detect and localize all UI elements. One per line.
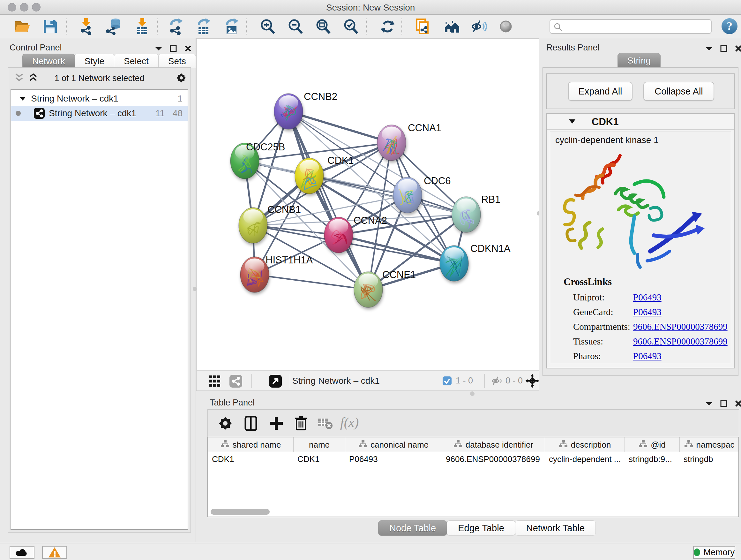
panel-menu-icon[interactable] (155, 46, 162, 51)
export-image-icon[interactable] (223, 18, 240, 35)
table-cell[interactable]: stringdb (680, 452, 739, 466)
crosslink-link[interactable]: 9606.ENSP00000378699 (633, 336, 728, 347)
import-table-icon[interactable] (133, 18, 151, 35)
export-table-icon[interactable] (195, 18, 212, 35)
column-header-description[interactable]: description (545, 437, 625, 452)
zoom-out-icon[interactable] (287, 18, 304, 35)
results-panel-title: Results Panel (546, 43, 600, 53)
zoom-in-icon[interactable] (259, 18, 276, 35)
import-network-from-database-icon[interactable] (105, 18, 123, 35)
import-network-icon[interactable] (77, 18, 95, 35)
column-header-canonical-name[interactable]: canonical name (345, 437, 442, 452)
network-node-CCNE1[interactable] (354, 272, 383, 307)
tab-network[interactable]: Network (22, 54, 75, 68)
panel-menu-icon[interactable] (705, 401, 713, 406)
table-cell[interactable]: P06493 (345, 452, 442, 466)
table-cell[interactable]: cyclin-dependent ... (545, 452, 625, 466)
network-node-CCNA2[interactable] (324, 217, 353, 253)
column-header-label: shared name (232, 440, 281, 450)
column-header-name[interactable]: name (293, 437, 345, 452)
warning-button[interactable] (42, 546, 67, 559)
network-view-toolbar: String Network – cdk1 1 - 0 0 - 0 (196, 370, 539, 391)
home-icon[interactable] (443, 18, 460, 35)
network-node-CCNB2[interactable] (274, 94, 303, 129)
network-view[interactable]: CCNB2CCNA1CDC25BCDK1CDC6RB1CCNB1CCNA2CDK… (196, 38, 539, 370)
float-panel-icon[interactable] (720, 400, 728, 408)
horizontal-splitter-handle[interactable] (470, 391, 475, 396)
grid-view-icon[interactable] (209, 375, 221, 387)
export-network-icon[interactable] (167, 18, 184, 35)
delete-table-icon (316, 415, 333, 432)
column-header-shared-name[interactable]: shared name (208, 437, 293, 452)
gear-icon[interactable] (175, 71, 188, 84)
hide-panels-icon[interactable] (470, 18, 487, 35)
table-cell[interactable]: 9606.ENSP00000378699 (442, 452, 545, 466)
network-node-HIST1H1A[interactable] (240, 257, 269, 293)
network-node-CDK1[interactable] (295, 158, 324, 194)
crosslink-link[interactable]: P06493 (633, 307, 662, 317)
column-header-@id[interactable]: @id (625, 437, 680, 452)
tab-edge-table[interactable]: Edge Table (447, 520, 515, 536)
panel-menu-icon[interactable] (705, 46, 713, 51)
delete-column-icon[interactable] (292, 415, 310, 432)
preview-eye-icon[interactable] (497, 18, 515, 35)
network-node-CDKN1A[interactable] (440, 246, 468, 281)
tab-node-table[interactable]: Node Table (378, 520, 447, 536)
node-table[interactable]: shared namenamecanonical namedatabase id… (207, 437, 739, 517)
network-collection-row[interactable]: String Network – cdk1 1 (11, 91, 188, 106)
duplicate-network-icon[interactable] (414, 18, 431, 35)
network-node-CDC6[interactable] (393, 177, 422, 213)
expand-all-button[interactable]: Expand All (568, 82, 632, 101)
table-cell[interactable]: CDK1 (208, 452, 293, 466)
network-node-CCNA1[interactable] (377, 125, 406, 161)
memory-button[interactable]: Memory (693, 546, 735, 559)
collapse-all-button[interactable]: Collapse All (643, 82, 714, 101)
table-cell[interactable]: CDK1 (293, 452, 345, 466)
cloud-button[interactable] (10, 546, 35, 559)
close-panel-icon[interactable] (735, 45, 741, 52)
collapse-section-icon[interactable] (569, 119, 576, 124)
network-row[interactable]: String Network – cdk1 11 48 (11, 106, 188, 121)
close-panel-icon[interactable] (735, 400, 741, 408)
tab-string[interactable]: String (617, 53, 661, 68)
birds-eye-view-icon[interactable] (269, 374, 282, 388)
tab-network-table[interactable]: Network Table (515, 520, 596, 536)
svg-text:?: ? (727, 20, 732, 33)
close-panel-icon[interactable] (184, 45, 192, 52)
horizontal-scrollbar[interactable] (211, 509, 270, 515)
tab-style[interactable]: Style (75, 54, 114, 68)
show-columns-icon[interactable] (242, 415, 259, 432)
node-label-CDK1: CDK1 (327, 155, 354, 166)
float-panel-icon[interactable] (170, 45, 177, 52)
float-panel-icon[interactable] (720, 45, 728, 52)
fit-selected-icon[interactable] (525, 374, 539, 388)
table-settings-gear-icon[interactable] (217, 415, 234, 432)
zoom-selected-icon[interactable] (342, 18, 360, 35)
memory-label: Memory (703, 548, 735, 557)
zoom-fit-icon[interactable] (315, 18, 332, 35)
network-view-icon[interactable] (229, 374, 243, 388)
tab-select[interactable]: Select (114, 54, 158, 68)
tab-sets[interactable]: Sets (158, 54, 196, 68)
crosslink-link[interactable]: P06493 (633, 292, 662, 303)
crosslink-link[interactable]: P06493 (633, 351, 662, 361)
open-session-icon[interactable] (13, 18, 30, 35)
left-splitter-handle[interactable] (193, 287, 197, 291)
column-header-namespac[interactable]: namespac (680, 437, 739, 452)
crosslink-link[interactable]: 9606.ENSP00000378699 (633, 321, 728, 332)
save-session-icon[interactable] (42, 18, 59, 35)
search-input[interactable] (549, 19, 712, 34)
collapse-arrow-icon[interactable] (19, 97, 26, 101)
hidden-counts: 0 - 0 (506, 376, 523, 386)
add-column-icon[interactable] (268, 415, 285, 432)
network-node-RB1[interactable] (452, 197, 481, 233)
gene-section-header[interactable]: CDK1 (547, 114, 734, 130)
table-row[interactable]: CDK1CDK1P064939606.ENSP00000378699cyclin… (208, 452, 739, 466)
function-builder-icon: f(x) (340, 415, 375, 432)
column-header-database-identifier[interactable]: database identifier (442, 437, 545, 452)
help-icon[interactable]: ? (721, 17, 738, 35)
apply-layout-icon[interactable] (379, 18, 396, 35)
network-node-CCNB1[interactable] (239, 207, 267, 243)
selected-checkbox-icon[interactable] (442, 376, 452, 386)
table-cell[interactable]: stringdb:9... (625, 452, 680, 466)
